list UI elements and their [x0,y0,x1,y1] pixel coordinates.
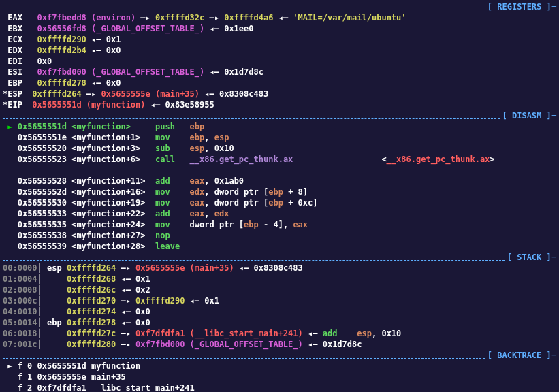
section-header-disasm: [ DISASM ]─ [3,110,556,121]
section-title-stack: STACK [517,252,541,262]
registers-panel: EAX 0xf7fbedd8 (environ) —▸ 0xffffd32c —… [3,12,556,110]
reg-row-eip: *EIP 0x5655551d (myfunction) ◂— 0x83e589… [3,99,556,110]
backtrace-row: f 1 0x5655555e main+35 [3,372,556,382]
disasm-row: 0x56555535 <myfunction+24> mov dword ptr… [3,219,556,230]
reg-row-esi: ESI 0xf7fbd000 (_GLOBAL_OFFSET_TABLE_) ◂… [3,67,556,78]
stack-row: 07:001c│ 0xffffd280 —▸ 0xf7fbd000 (_GLOB… [3,339,556,350]
section-header-stack: [ STACK ]─ [3,252,556,263]
disasm-row: 0x5655551e <myfunction+1> mov ebp, esp [3,132,556,143]
reg-row-ebp: EBP 0xffffd278 ◂— 0x0 [3,78,556,88]
reg-row-edx: EDX 0xffffd2b4 ◂— 0x0 [3,45,556,56]
reg-row-ecx: ECX 0xffffd290 ◂— 0x1 [3,34,556,45]
backtrace-row: ► f 0 0x5655551d myfunction [3,361,556,372]
reg-row-esp: *ESP 0xffffd264 —▸ 0x5655555e (main+35) … [3,88,556,99]
reg-row-ebx: EBX 0x56556fd8 (_GLOBAL_OFFSET_TABLE_) ◂… [3,23,556,34]
backtrace-row: f 2 0xf7dfdfa1 __libc_start_main+241 [3,382,556,392]
disasm-row: 0x56555530 <myfunction+19> mov eax, dwor… [3,197,556,208]
stack-row: 02:0008│ 0xffffd26c ◂— 0x2 [3,284,556,295]
stack-row: 03:000c│ 0xffffd270 —▸ 0xffffd290 ◂— 0x1 [3,295,556,306]
disasm-row: 0x5655552d <myfunction+16> mov edx, dwor… [3,186,556,197]
section-header-registers: [ REGISTERS ]─ [3,1,556,12]
section-title-registers: REGISTERS [497,2,541,12]
disasm-blank [3,165,556,176]
stack-row: 04:0010│ 0xffffd274 ◂— 0x0 [3,306,556,317]
disasm-row: ► 0x5655551d <myfunction> push ebp [3,121,556,132]
stack-row: 06:0018│ 0xffffd27c —▸ 0xf7dfdfa1 (__lib… [3,328,556,339]
disasm-row: 0x56555539 <myfunction+28> leave [3,241,556,252]
backtrace-panel: ► f 0 0x5655551d myfunction f 1 0x565555… [3,361,556,392]
disasm-row: 0x56555533 <myfunction+22> add eax, edx [3,208,556,219]
disasm-row: 0x56555538 <myfunction+27> nop [3,230,556,241]
stack-row: 00:0000│ esp 0xffffd264 —▸ 0x5655555e (m… [3,263,556,274]
stack-row: 01:0004│ 0xffffd268 ◂— 0x1 [3,274,556,284]
disasm-row: 0x56555528 <myfunction+11> add eax, 0x1a… [3,176,556,186]
reg-row-edi: EDI 0x0 [3,56,556,67]
disasm-row: 0x56555520 <myfunction+3> sub esp, 0x10 [3,143,556,154]
reg-row-eax: EAX 0xf7fbedd8 (environ) —▸ 0xffffd32c —… [3,12,556,23]
section-header-backtrace: [ BACKTRACE ]─ [3,350,556,361]
section-title-disasm: DISASM [512,111,541,120]
disasm-panel: ► 0x5655551d <myfunction> push ebp 0x565… [3,121,556,252]
stack-row: 05:0014│ ebp 0xffffd278 ◂— 0x0 [3,317,556,328]
stack-panel: 00:0000│ esp 0xffffd264 —▸ 0x5655555e (m… [3,263,556,350]
disasm-row: 0x56555523 <myfunction+6> call __x86.get… [3,154,556,165]
section-title-backtrace: BACKTRACE [497,350,541,360]
